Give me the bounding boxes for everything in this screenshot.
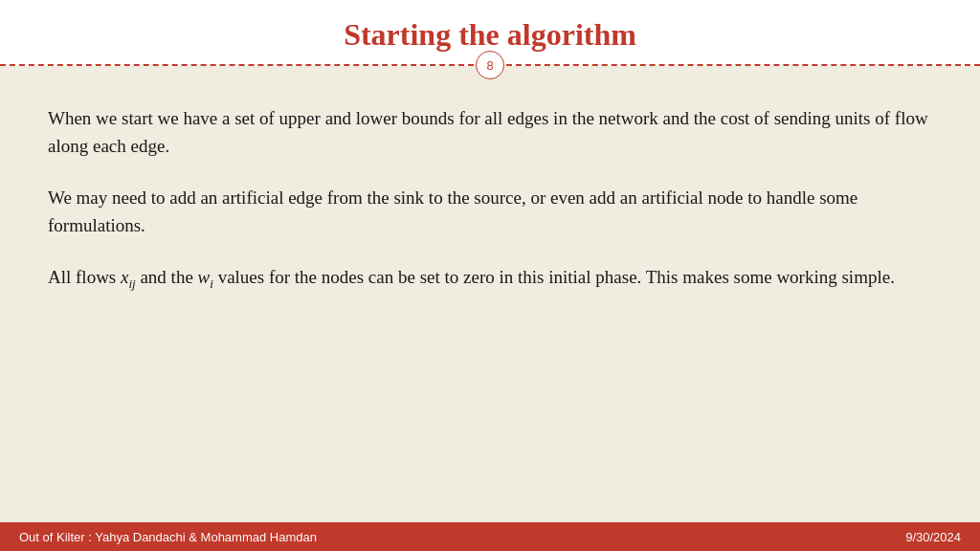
math-wi: wi: [198, 267, 213, 287]
paragraph-2: We may need to add an artificial edge fr…: [48, 184, 932, 240]
slide-content: When we start we have a set of upper and…: [0, 66, 980, 522]
slide-header: Starting the algorithm 8: [0, 0, 980, 66]
math-xij: xij: [121, 267, 136, 287]
page-badge: 8: [476, 51, 504, 79]
slide-footer: Out of Kilter : Yahya Dandachi & Mohamma…: [0, 522, 980, 551]
footer-left-text: Out of Kilter : Yahya Dandachi & Mohamma…: [19, 530, 317, 544]
footer-right-text: 9/30/2024: [905, 530, 961, 544]
paragraph-3: All flows xij and the wi values for the …: [48, 263, 932, 294]
slide: Starting the algorithm 8 When we start w…: [0, 0, 980, 551]
paragraph-1: When we start we have a set of upper and…: [48, 104, 932, 161]
